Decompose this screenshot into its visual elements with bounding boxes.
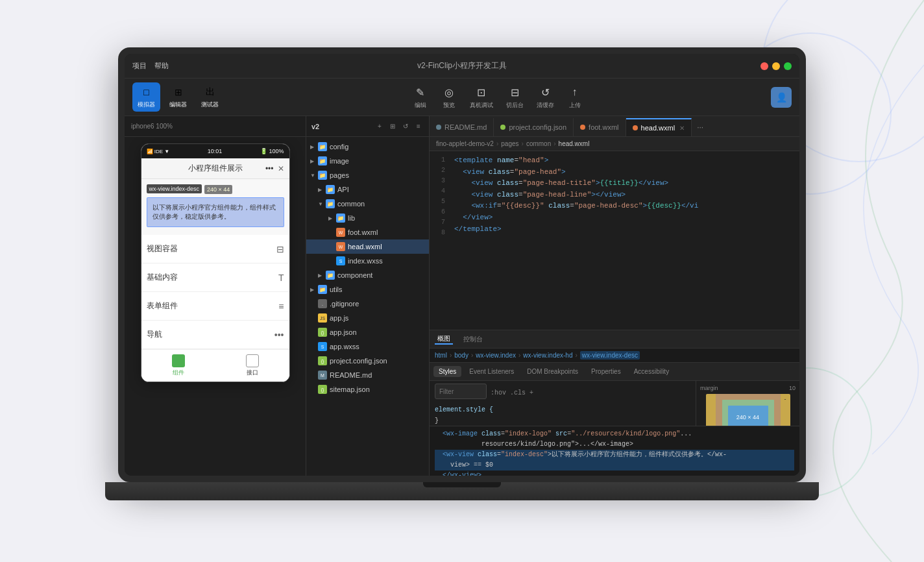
clear-cache-label: 清缓存 bbox=[537, 101, 554, 110]
win-maximize-btn[interactable] bbox=[784, 62, 792, 70]
menu-help[interactable]: 帮助 bbox=[154, 61, 169, 71]
elem-html[interactable]: html bbox=[435, 352, 447, 359]
elem-wxview-indexhd[interactable]: wx-view.index-hd bbox=[523, 352, 572, 359]
tab-head[interactable]: head.wxml ✕ bbox=[626, 118, 692, 136]
breadcrumb-item-2[interactable]: common bbox=[526, 140, 551, 147]
upload-action[interactable]: ↑ 上传 bbox=[567, 84, 583, 110]
tab-projectconfig[interactable]: project.config.json bbox=[494, 118, 574, 136]
element-overlay: wx-view.index-desc 240 × 44 bbox=[147, 184, 284, 195]
upload-label: 上传 bbox=[569, 101, 581, 110]
new-file-btn[interactable]: + bbox=[374, 121, 385, 132]
accessibility-tab[interactable]: Accessibility bbox=[629, 366, 674, 377]
event-listeners-tab[interactable]: Event Listeners bbox=[464, 366, 519, 377]
arrow-icon: ▶ bbox=[310, 287, 318, 293]
html-line-1: resources/kind/logo.png">...</wx-image> bbox=[435, 439, 794, 450]
file-tree-item-gitignore[interactable]: . .gitignore bbox=[306, 297, 429, 311]
background-label: 切后台 bbox=[506, 101, 524, 110]
menu-project[interactable]: 项目 bbox=[132, 61, 147, 71]
folder-icon: 📁 bbox=[318, 171, 327, 180]
phone-signal: 📶 IDE ▼ bbox=[147, 149, 170, 154]
file-name: head.wxml bbox=[348, 243, 382, 250]
css-filter-input[interactable] bbox=[435, 384, 487, 399]
device-debug-label: 真机调试 bbox=[470, 101, 493, 110]
file-tree-item-sitemap[interactable]: {} sitemap.json bbox=[306, 382, 429, 397]
file-tree-item-component[interactable]: ▶ 📁 component bbox=[306, 268, 429, 282]
tab-foot[interactable]: foot.wxml bbox=[574, 118, 626, 136]
phone-menu-dots[interactable]: ••• ✕ bbox=[265, 164, 284, 173]
file-tree-item-head-wxml[interactable]: W head.wxml bbox=[306, 239, 429, 254]
devtools-tabs-header: 概图 控制台 bbox=[430, 330, 799, 348]
box-model-panel: margin 10 - bbox=[696, 381, 799, 426]
file-tree-item-appjs[interactable]: JS app.js bbox=[306, 311, 429, 325]
file-tree-item-index-wxss[interactable]: S index.wxss bbox=[306, 254, 429, 268]
properties-tab[interactable]: Properties bbox=[586, 366, 626, 377]
file-tree-item-appwxss[interactable]: S app.wxss bbox=[306, 339, 429, 354]
section-label-0: 视图容器 bbox=[147, 243, 178, 254]
breadcrumb-item-0[interactable]: fino-applet-demo-v2 bbox=[436, 140, 494, 147]
file-tree-item-config[interactable]: ▶ 📁 config bbox=[306, 140, 429, 154]
tab-dot-head bbox=[633, 125, 638, 130]
phone-highlight-element: 以下将展示小程序官方组件能力，组件样式仅供参考，稳定版供参考。 bbox=[147, 197, 284, 227]
devtools-tab-console[interactable]: 控制台 bbox=[461, 335, 485, 344]
file-tree-item-pages[interactable]: ▼ 📁 pages bbox=[306, 168, 429, 182]
styles-tab[interactable]: Styles bbox=[433, 366, 461, 377]
code-line-6: </view> bbox=[454, 212, 794, 224]
preview-action[interactable]: ◎ 预览 bbox=[441, 84, 457, 110]
editor-btn[interactable]: ⊞ 编辑器 bbox=[164, 82, 192, 112]
nav-item-component[interactable]: 组件 bbox=[141, 354, 215, 377]
tester-btn[interactable]: 出 测试器 bbox=[196, 82, 224, 112]
tab-close-btn[interactable]: ✕ bbox=[679, 125, 685, 132]
device-debug-action[interactable]: ⊡ 真机调试 bbox=[470, 84, 493, 110]
collapse-btn[interactable]: ≡ bbox=[413, 121, 424, 132]
laptop-notch bbox=[423, 482, 501, 487]
arrow-icon: ▼ bbox=[318, 201, 326, 207]
code-line-7: </template> bbox=[454, 224, 794, 236]
file-tree-item-api[interactable]: ▶ 📁 API bbox=[306, 182, 429, 197]
file-tree-item-utils[interactable]: ▶ 📁 utils bbox=[306, 282, 429, 297]
breadcrumb-item-3[interactable]: head.wxml bbox=[559, 140, 590, 147]
folder-icon: 📁 bbox=[318, 285, 327, 294]
file-tree-item-common[interactable]: ▼ 📁 common bbox=[306, 197, 429, 211]
clear-cache-action[interactable]: ↺ 清缓存 bbox=[537, 84, 554, 110]
json-icon: {} bbox=[318, 328, 327, 337]
file-tree-item-appjson[interactable]: {} app.json bbox=[306, 325, 429, 339]
html-tree-panel: html › body › wx-view.index › wx-view.in… bbox=[430, 348, 799, 476]
titlebar-left: 项目 帮助 bbox=[132, 61, 169, 71]
win-close-btn[interactable] bbox=[760, 62, 768, 70]
breadcrumb-item-1[interactable]: pages bbox=[501, 140, 518, 147]
element-class-label: wx-view.index-desc bbox=[147, 184, 202, 193]
file-tree-item-readme[interactable]: M README.md bbox=[306, 368, 429, 382]
simulator-btn[interactable]: □ 模拟器 bbox=[132, 82, 160, 112]
code-line-2: <view class="page-head"> bbox=[454, 167, 794, 178]
file-name: index.wxss bbox=[348, 257, 383, 265]
file-tree-item-lib[interactable]: ▶ 📁 lib bbox=[306, 211, 429, 225]
file-tree-item-projectconfig[interactable]: {} project.config.json bbox=[306, 354, 429, 368]
devtools-tab-overview[interactable]: 概图 bbox=[435, 334, 453, 345]
folder-icon: 📁 bbox=[326, 199, 335, 208]
file-name: utils bbox=[330, 286, 343, 293]
dom-breakpoints-tab[interactable]: DOM Breakpoints bbox=[522, 366, 583, 377]
tab-dot-project bbox=[500, 125, 505, 130]
edit-action[interactable]: ✎ 编辑 bbox=[413, 84, 428, 110]
file-name: app.js bbox=[330, 314, 348, 322]
new-folder-btn[interactable]: ⊞ bbox=[387, 121, 398, 132]
section-label-3: 导航 bbox=[147, 329, 162, 340]
user-avatar[interactable]: 👤 bbox=[771, 87, 792, 108]
file-tree-item-image[interactable]: ▶ 📁 image bbox=[306, 154, 429, 168]
phone-bottom-nav: 组件 接口 bbox=[141, 349, 289, 382]
elem-wxview-indexdesc[interactable]: wx-view.index-desc bbox=[580, 351, 640, 360]
box-model-title: margin bbox=[700, 385, 718, 391]
background-action[interactable]: ⊟ 切后台 bbox=[506, 84, 524, 110]
win-minimize-btn[interactable] bbox=[772, 62, 780, 70]
elem-body[interactable]: body bbox=[454, 352, 468, 359]
file-name: config bbox=[330, 143, 348, 151]
tab-readme[interactable]: README.md bbox=[430, 118, 494, 136]
box-model-label: margin 10 bbox=[700, 385, 796, 391]
elem-wxview-index[interactable]: wx-view.index bbox=[476, 352, 516, 359]
nav-item-interface[interactable]: 接口 bbox=[215, 354, 289, 377]
tab-more-btn[interactable]: ··· bbox=[692, 118, 709, 136]
code-editor: 12345678 <template name="head"> <view cl… bbox=[430, 151, 799, 330]
file-tree-item-foot-wxml[interactable]: W foot.wxml bbox=[306, 225, 429, 239]
code-line-3: <view class="page-head-title">{{title}}<… bbox=[454, 178, 794, 189]
refresh-btn[interactable]: ↺ bbox=[400, 121, 411, 132]
